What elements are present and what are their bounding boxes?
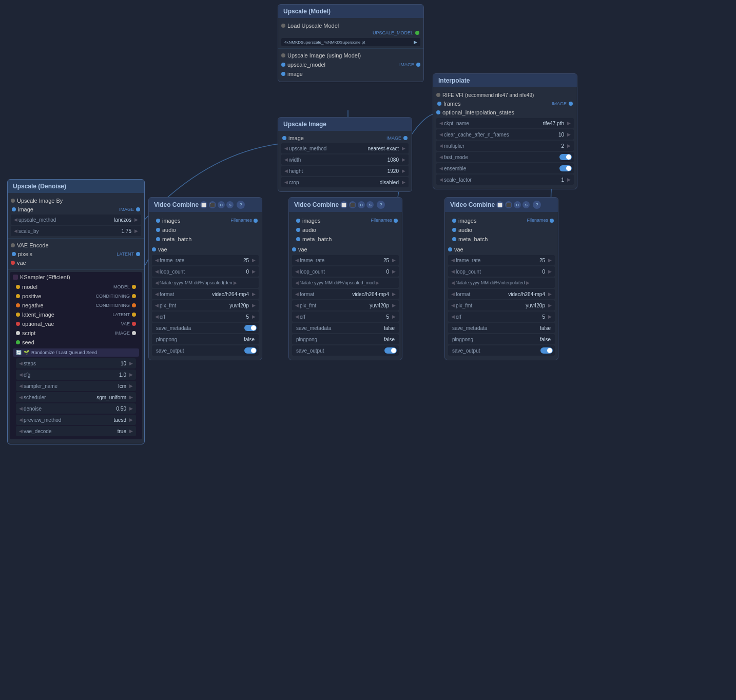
vc2-loop-row[interactable]: ◀ loop_count 0 ▶ [292, 266, 399, 277]
vc3-help-btn[interactable]: ? [533, 201, 541, 209]
vc3-loop-row[interactable]: ◀ loop_count 0 ▶ [448, 266, 555, 277]
ensemble-left[interactable]: ◀ [438, 166, 444, 171]
vc1-savemeta-toggle[interactable] [244, 325, 257, 331]
crop-row[interactable]: ◀ crop disabled ▶ [281, 177, 409, 187]
vc2-fn-right[interactable]: ▶ [375, 280, 380, 285]
multiplier-right[interactable]: ▶ [566, 143, 572, 148]
scale-by-row[interactable]: ◀ scale_by 1.75 ▶ [11, 226, 141, 236]
vc3-crf-row[interactable]: ◀ crf 5 ▶ [448, 312, 555, 322]
vc1-fr-right[interactable]: ▶ [251, 258, 257, 263]
vc1-loop-right[interactable]: ▶ [251, 269, 257, 274]
vc1-loop-left[interactable]: ◀ [154, 269, 160, 274]
vc2-format-row[interactable]: ◀ format video/h264-mp4 ▶ [292, 289, 399, 299]
vc2-fmt-right[interactable]: ▶ [391, 291, 397, 297]
scale-factor-row[interactable]: ◀ scale_factor 1 ▶ [436, 174, 574, 185]
clear-cache-left[interactable]: ◀ [438, 132, 444, 137]
vc2-crf-left[interactable]: ◀ [294, 314, 300, 319]
steps-right[interactable]: ▶ [128, 361, 134, 366]
height-row[interactable]: ◀ height 1920 ▶ [281, 166, 409, 176]
upscale-method2-right[interactable]: ▶ [133, 217, 139, 222]
fast-mode-left[interactable]: ◀ [438, 154, 444, 160]
scale-by-left[interactable]: ◀ [13, 228, 18, 234]
vc3-framerate-row[interactable]: ◀ frame_rate 25 ▶ [448, 255, 555, 265]
vc1-pf-left[interactable]: ◀ [154, 303, 160, 308]
scale-factor-left[interactable]: ◀ [438, 177, 444, 182]
vc1-fn-right[interactable]: ▶ [233, 280, 238, 285]
upscale-method-row[interactable]: ◀ upscale_method nearest-exact ▶ [281, 143, 409, 153]
ckpt-left[interactable]: ◀ [438, 121, 444, 126]
vc1-help-btn[interactable]: ? [237, 201, 245, 209]
crop-right[interactable]: ▶ [401, 180, 406, 185]
vc1-fmt-left[interactable]: ◀ [154, 291, 160, 297]
sampler-name-row[interactable]: ◀ sampler_name lcm ▶ [16, 381, 136, 391]
vc3-saveoutput-row[interactable]: save_output [448, 345, 555, 356]
denoise-row[interactable]: ◀ denoise 0.50 ▶ [16, 403, 136, 414]
vc3-crf-right[interactable]: ▶ [547, 314, 553, 319]
vc2-pf-left[interactable]: ◀ [294, 303, 300, 308]
vc3-loop-right[interactable]: ▶ [547, 269, 553, 274]
preview-left[interactable]: ◀ [18, 417, 24, 422]
vc1-format-row[interactable]: ◀ format video/h264-mp4 ▶ [152, 289, 259, 299]
upscale-model-bar[interactable]: 4xNMKDSuperscale_4xNMKDSuperscale.pt ▶ [281, 38, 420, 46]
vc1-crf-right[interactable]: ▶ [251, 314, 257, 319]
vc1-crf-left[interactable]: ◀ [154, 314, 160, 319]
sampler-left[interactable]: ◀ [18, 383, 24, 388]
crop-left[interactable]: ◀ [283, 180, 289, 185]
vc1-pixfmt-row[interactable]: ◀ pix_fmt yuv420p ▶ [152, 300, 259, 310]
vc2-help-btn[interactable]: ? [377, 201, 385, 209]
sampler-right[interactable]: ▶ [128, 383, 134, 388]
width-left[interactable]: ◀ [283, 157, 289, 162]
scale-factor-right[interactable]: ▶ [566, 177, 572, 182]
vc2-fr-left[interactable]: ◀ [294, 258, 300, 263]
vc3-fn-left[interactable]: ◀ [450, 280, 456, 285]
clear-cache-row[interactable]: ◀ clear_cache_after_n_frames 10 ▶ [436, 129, 574, 140]
vc2-fmt-left[interactable]: ◀ [294, 291, 300, 297]
vc1-saveoutput-toggle[interactable] [244, 347, 257, 354]
cfg-right[interactable]: ▶ [128, 372, 134, 377]
vc1-fmt-right[interactable]: ▶ [251, 291, 257, 297]
vc2-loop-left[interactable]: ◀ [294, 269, 300, 274]
vc1-framerate-row[interactable]: ◀ frame_rate 25 ▶ [152, 255, 259, 265]
vc3-loop-left[interactable]: ◀ [450, 269, 456, 274]
vc1-pingpong-row[interactable]: pingpong false [152, 334, 259, 344]
vc3-filename-row[interactable]: ◀ %date:yyyy-MM-dd%/interpolated ▶ [448, 278, 555, 288]
vc3-fn-right[interactable]: ▶ [525, 280, 531, 285]
multiplier-row[interactable]: ◀ multiplier 2 ▶ [436, 141, 574, 151]
vc3-pf-left[interactable]: ◀ [450, 303, 456, 308]
vc2-saveoutput-toggle[interactable] [384, 347, 397, 354]
seed-btn[interactable]: 🔄 🌱 Randomize / Last Queued Seed [13, 348, 139, 357]
vc2-crf-row[interactable]: ◀ crf 5 ▶ [292, 312, 399, 322]
scheduler-left[interactable]: ◀ [18, 395, 24, 400]
preview-right[interactable]: ▶ [128, 417, 134, 422]
scheduler-row[interactable]: ◀ scheduler sgm_uniform ▶ [16, 392, 136, 402]
cfg-row[interactable]: ◀ cfg 1.0 ▶ [16, 370, 136, 380]
denoise-right[interactable]: ▶ [128, 406, 134, 411]
vae-decode-right[interactable]: ▶ [128, 429, 134, 434]
height-left[interactable]: ◀ [283, 168, 289, 173]
vc2-framerate-row[interactable]: ◀ frame_rate 25 ▶ [292, 255, 399, 265]
steps-row[interactable]: ◀ steps 10 ▶ [16, 358, 136, 368]
width-row[interactable]: ◀ width 1080 ▶ [281, 154, 409, 165]
vc1-loop-row[interactable]: ◀ loop_count 0 ▶ [152, 266, 259, 277]
cfg-left[interactable]: ◀ [18, 372, 24, 377]
vc3-fr-right[interactable]: ▶ [547, 258, 553, 263]
vc3-pf-right[interactable]: ▶ [547, 303, 553, 308]
vc1-savemeta-row[interactable]: save_metadata [152, 323, 259, 333]
upscale-method-right[interactable]: ▶ [401, 146, 406, 151]
vc1-pf-right[interactable]: ▶ [251, 303, 257, 308]
height-right[interactable]: ▶ [401, 168, 406, 173]
vc1-fr-left[interactable]: ◀ [154, 258, 160, 263]
vc2-fr-right[interactable]: ▶ [391, 258, 397, 263]
vc2-pixfmt-row[interactable]: ◀ pix_fmt yuv420p ▶ [292, 300, 399, 310]
vc3-fr-left[interactable]: ◀ [450, 258, 456, 263]
denoise-left[interactable]: ◀ [18, 406, 24, 411]
vc3-saveoutput-toggle[interactable] [540, 347, 553, 354]
vc2-filename-row[interactable]: ◀ %date:yyyy-MM-dd%/upscaled_mod ▶ [292, 278, 399, 288]
width-right[interactable]: ▶ [401, 157, 406, 162]
vc2-saveoutput-row[interactable]: save_output [292, 345, 399, 356]
vc3-format-row[interactable]: ◀ format video/h264-mp4 ▶ [448, 289, 555, 299]
vae-decode-left[interactable]: ◀ [18, 429, 24, 434]
vc3-pixfmt-row[interactable]: ◀ pix_fmt yuv420p ▶ [448, 300, 555, 310]
preview-method-row[interactable]: ◀ preview_method taesd ▶ [16, 415, 136, 425]
upscale-method2-left[interactable]: ◀ [13, 217, 18, 222]
